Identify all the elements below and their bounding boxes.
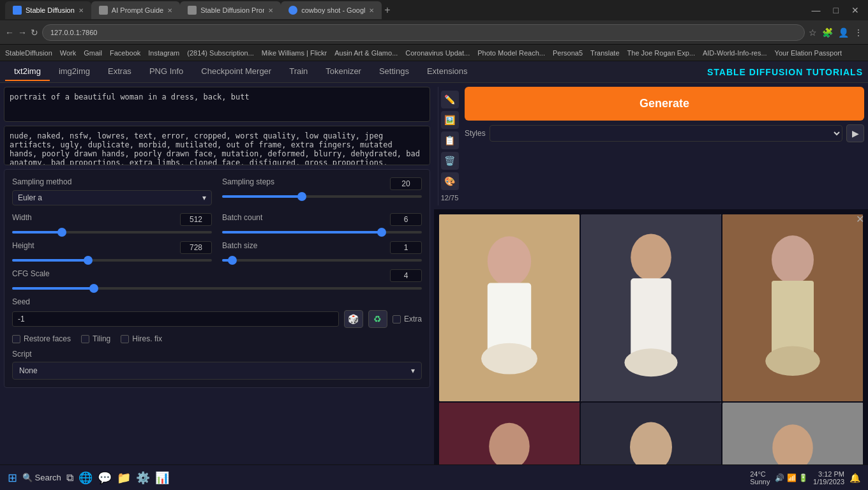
tab-close-3[interactable]: ✕ [268,7,273,14]
batch-size-slider[interactable] [222,259,422,262]
styles-apply-button[interactable]: ▶ [846,124,864,142]
time-display: 3:12 PM [813,470,844,478]
bookmark-translate[interactable]: Translate [590,49,619,57]
sampling-method-dropdown[interactable]: Euler a ▾ [12,190,212,205]
chrome-icon[interactable]: 🌐 [79,471,93,485]
minimize-button[interactable]: — [808,5,825,15]
gallery-close-button[interactable]: ✕ [856,213,864,225]
tab-checkpoint-merger[interactable]: Checkpoint Merger [192,63,280,81]
sampling-steps-thumb[interactable] [297,192,306,201]
seed-random-button[interactable]: 🎲 [344,310,363,328]
bookmark-subscriptions[interactable]: (2814) Subscription... [187,49,254,57]
notification-button[interactable]: 🔔 [849,473,860,483]
height-slider[interactable] [12,259,212,262]
tab-extensions[interactable]: Extensions [418,63,477,81]
bookmark-facebook[interactable]: Facebook [110,49,140,57]
extension-icon[interactable]: 🧩 [822,27,833,38]
batch-count-value[interactable]: 6 [390,213,422,226]
tab-settings[interactable]: Settings [370,63,418,81]
bookmark-star-icon[interactable]: ☆ [809,27,817,38]
windows-start-button[interactable]: ⊞ [8,471,17,485]
app-icon[interactable]: 📊 [155,471,169,485]
tab-png-info[interactable]: PNG Info [140,63,192,81]
bookmark-joe-rogan[interactable]: The Joe Rogan Exp... [627,49,695,57]
batch-size-value[interactable]: 1 [390,241,422,254]
negative-prompt-input[interactable] [4,126,430,165]
gallery-image-2[interactable] [581,214,721,401]
hires-fix-checkbox[interactable] [121,335,129,343]
bookmark-flickr[interactable]: Mike Williams | Flickr [262,49,327,57]
bookmark-work[interactable]: Work [60,49,76,57]
positive-prompt-input[interactable] [4,87,430,122]
generate-button[interactable]: Generate [465,87,864,121]
profile-icon[interactable]: 👤 [838,27,849,38]
gallery-image-1[interactable] [439,214,580,401]
new-tab-button[interactable]: + [384,4,390,16]
forward-button[interactable]: → [18,27,27,38]
tab-close-1[interactable]: ✕ [79,7,84,14]
height-value[interactable]: 728 [180,241,212,254]
height-thumb[interactable] [84,256,93,265]
seed-input[interactable] [12,311,339,327]
sampling-steps-value[interactable]: 20 [390,177,422,190]
search-button[interactable]: 🔍 Search [22,473,61,482]
tab-train[interactable]: Train [280,63,317,81]
bookmark-aid-world[interactable]: AID-World-Info-res... [703,49,767,57]
tab-img2img[interactable]: img2img [50,63,99,81]
styles-select[interactable] [490,125,842,142]
bookmark-ausin[interactable]: Ausin Art & Glamo... [334,49,398,57]
script-dropdown[interactable]: None ▾ [12,362,422,380]
settings-icon[interactable]: ⋮ [854,27,863,38]
browser-tab-prompt-book[interactable]: Stable Diffusion Prompt Book | C... ✕ [180,1,281,19]
close-button[interactable]: ✕ [848,5,863,15]
bookmark-coronavirus[interactable]: Coronavirus Updat... [405,49,470,57]
bookmark-persona5[interactable]: Persona5 [553,49,583,57]
tab-txt2img[interactable]: txt2img [5,63,50,81]
edit-sidebar-button[interactable]: ✏️ [441,91,459,108]
bookmark-stable-diffusion[interactable]: StableDiffusion [5,49,52,57]
app-nav: txt2img img2img Extras PNG Info Checkpoi… [0,61,868,83]
batch-count-col: Batch count 6 [222,213,422,234]
restore-faces-checkbox[interactable] [12,335,20,343]
browser-tab-ai-prompt[interactable]: AI Prompt Guide ✕ [91,1,180,19]
script-label: Script [12,350,422,359]
tiling-checkbox[interactable] [81,335,89,343]
cfg-scale-thumb[interactable] [89,284,98,293]
reload-button[interactable]: ↻ [31,27,38,38]
image-sidebar-button[interactable]: 🖼️ [441,111,459,129]
batch-count-thumb[interactable] [377,228,386,237]
discord-icon[interactable]: 💬 [98,471,112,485]
trash-sidebar-button[interactable]: 🗑️ [441,152,459,170]
url-bar[interactable]: 127.0.0.1:7860 [42,24,805,41]
task-view-button[interactable]: ⧉ [66,472,73,484]
tab-close-2[interactable]: ✕ [167,7,172,14]
tab-extras[interactable]: Extras [99,63,140,81]
back-button[interactable]: ← [5,27,14,38]
extra-checkbox[interactable] [393,315,401,323]
batch-size-thumb[interactable] [228,256,237,265]
bookmark-gmail[interactable]: Gmail [84,49,102,57]
bookmark-instagram[interactable]: Instagram [148,49,179,57]
tab-close-4[interactable]: ✕ [369,7,374,14]
width-slider[interactable] [12,231,212,234]
tab-tokenizer[interactable]: Tokenizer [317,63,370,81]
cfg-scale-value[interactable]: 4 [390,269,422,282]
browser-tab-stable-diffusion[interactable]: Stable Diffusion ✕ [5,1,91,19]
maximize-button[interactable]: □ [830,5,842,15]
cfg-scale-fill [12,287,94,290]
palette-sidebar-button[interactable]: 🎨 [441,172,459,190]
clipboard-sidebar-button[interactable]: 📋 [441,131,459,149]
gallery-image-3[interactable] [722,214,863,401]
settings-taskbar-icon[interactable]: ⚙️ [136,471,150,485]
seed-recycle-button[interactable]: ♻ [368,310,387,328]
bookmark-elation[interactable]: Your Elation Passport [775,49,842,57]
bookmark-photo-model[interactable]: Photo Model Reach... [477,49,545,57]
cfg-scale-slider[interactable] [12,287,422,290]
sampling-steps-slider[interactable] [222,195,422,198]
folder-icon[interactable]: 📁 [117,471,131,485]
width-thumb[interactable] [57,228,66,237]
svg-point-3 [481,343,537,375]
width-value[interactable]: 512 [180,213,212,226]
browser-tab-google[interactable]: cowboy shot - Google Search ✕ [281,1,382,19]
batch-count-slider[interactable] [222,231,422,234]
